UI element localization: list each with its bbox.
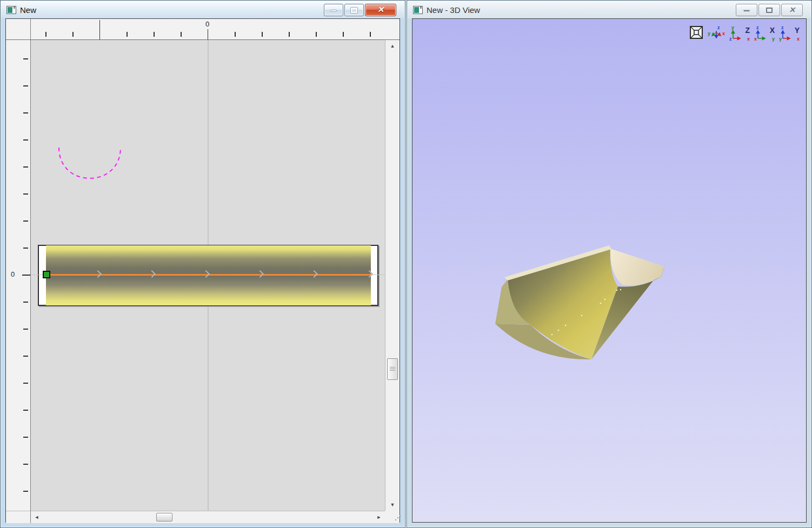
view-down-z-icon[interactable]: y z x Z [729, 25, 750, 42]
scroll-left-button[interactable]: ◄ [31, 511, 43, 523]
v-ruler-tick [23, 166, 28, 168]
h-ruler-tick [72, 32, 74, 37]
y-view-origin-label: y [779, 37, 782, 42]
h-ruler-tick [99, 20, 100, 39]
minimize-icon [330, 9, 337, 11]
iso-z-label: z [717, 25, 720, 30]
iso-y-label: y [708, 31, 710, 36]
v-ruler-tick [23, 491, 28, 492]
v-ruler-zero-label: 0 [11, 270, 15, 278]
model-end-face [610, 249, 664, 285]
vertical-scroll-thumb[interactable] [387, 358, 398, 380]
x-view-right-label: y [772, 37, 775, 42]
horizontal-scroll-thumb[interactable] [156, 513, 172, 522]
z-view-top-label: y [731, 25, 734, 30]
v-ruler-tick [23, 193, 28, 195]
y-view-top-label: z [781, 25, 784, 30]
titlebar-2d[interactable]: New ✕ [1, 1, 404, 18]
v-ruler-tick [23, 356, 28, 357]
view-toolbar: y z x y z x Z [689, 25, 800, 42]
restore-button-3d[interactable] [758, 4, 780, 16]
x-view-letter: X [770, 26, 775, 35]
left-arrow-icon: ◄ [35, 514, 39, 520]
y-view-right-label: x [797, 37, 800, 42]
h-ruler-tick [262, 32, 263, 37]
v-ruler-tick [22, 275, 30, 276]
2d-view-window-icon [6, 6, 16, 14]
maximize-button[interactable] [344, 4, 364, 16]
resize-grip[interactable] [385, 511, 400, 523]
down-arrow-icon: ▼ [390, 502, 395, 507]
restore-icon [766, 8, 773, 13]
client-2d: 0 0 ▲ ▼ [5, 18, 400, 523]
window-3d-view: New - 3D View ✕ [407, 0, 812, 528]
window-title-2d: New [20, 5, 36, 15]
minimize-button[interactable] [324, 4, 343, 16]
v-ruler: 0 [6, 40, 31, 522]
v-ruler-tick [23, 85, 28, 86]
close-button-3d[interactable]: ✕ [781, 4, 803, 16]
3d-model-trough[interactable] [412, 19, 806, 522]
h-ruler: 0 [31, 19, 400, 40]
h-ruler-tick [181, 32, 182, 37]
z-view-right-label: x [747, 37, 750, 42]
v-ruler-tick [23, 383, 28, 384]
maximize-icon [351, 8, 357, 13]
v-ruler-tick [23, 58, 28, 59]
titlebar-3d[interactable]: New - 3D View ✕ [408, 1, 811, 18]
drawing-canvas-2d[interactable] [31, 40, 385, 511]
x-view-top-label: z [756, 25, 759, 30]
x-view-origin-label: x [754, 37, 757, 42]
close-button[interactable]: ✕ [365, 4, 396, 16]
h-ruler-tick [370, 32, 371, 37]
v-ruler-tick [23, 464, 28, 465]
h-ruler-tick [316, 32, 317, 37]
client-3d: y z x y z x Z [412, 18, 807, 523]
toolpath-start-marker[interactable] [43, 271, 50, 278]
ruler-corner-box [6, 19, 31, 40]
h-ruler-tick [154, 32, 155, 37]
scroll-up-button[interactable]: ▲ [385, 40, 400, 52]
zoom-extents-icon[interactable] [689, 25, 703, 42]
vertical-scrollbar[interactable]: ▲ ▼ [385, 40, 400, 511]
right-arrow-icon: ► [377, 514, 382, 520]
up-arrow-icon: ▲ [390, 43, 395, 49]
minimize-button-3d[interactable] [736, 4, 757, 16]
scroll-down-button[interactable]: ▼ [385, 499, 400, 511]
isometric-view-icon[interactable]: y z x [708, 25, 725, 42]
h-ruler-tick [127, 32, 128, 37]
v-ruler-tick [23, 112, 28, 113]
close-icon: ✕ [789, 5, 795, 14]
v-ruler-tick [23, 410, 28, 411]
view-along-y-icon[interactable]: z y x Y [779, 25, 800, 42]
iso-x-label: x [722, 31, 725, 36]
minimize-icon [743, 9, 750, 11]
canvas-3d[interactable]: y z x y z x Z [412, 19, 806, 522]
v-ruler-tick [23, 139, 28, 141]
h-ruler-tick [208, 29, 208, 39]
v-ruler-tick [23, 248, 28, 249]
h-ruler-tick [45, 32, 46, 37]
z-view-origin-label: z [729, 37, 732, 42]
h-ruler-tick [289, 32, 290, 37]
horizontal-scrollbar[interactable]: ◄ ► [31, 511, 385, 523]
h-ruler-tick [235, 32, 236, 37]
window-2d-view: New ✕ 0 0 [0, 0, 405, 528]
z-view-letter: Z [745, 26, 750, 35]
v-ruler-tick [23, 302, 28, 303]
v-ruler-tick [23, 329, 28, 330]
v-ruler-tick [23, 220, 28, 222]
scroll-right-button[interactable]: ► [373, 511, 385, 523]
view-along-x-icon[interactable]: z x y X [754, 25, 775, 42]
h-ruler-tick [343, 32, 344, 37]
desktop: New ✕ 0 0 [0, 0, 812, 528]
v-ruler-tick [23, 437, 28, 438]
close-icon: ✕ [377, 5, 384, 15]
ruler-bottom-cell [6, 511, 31, 523]
h-ruler-zero-label: 0 [205, 20, 209, 28]
3d-view-window-icon [413, 6, 423, 14]
window-title-3d: New - 3D View [427, 5, 480, 15]
y-view-letter: Y [795, 26, 800, 35]
